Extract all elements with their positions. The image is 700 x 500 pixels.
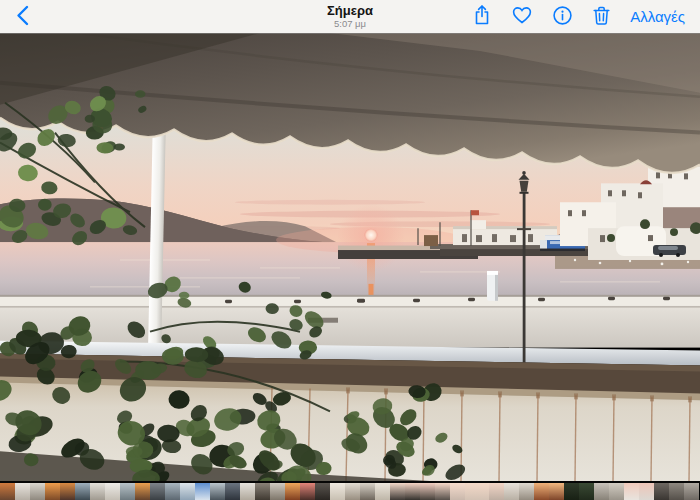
photo-quay [0,295,700,348]
scrubber-thumbnail[interactable] [390,483,405,500]
scrubber-thumbnail[interactable] [534,483,549,500]
heart-icon [511,5,533,28]
photos-app-window: Σήμερα 5:07 μμ [0,0,700,500]
scrubber-thumbnail[interactable] [285,483,300,500]
scrubber-thumbnail[interactable] [594,483,609,500]
info-icon [552,5,573,29]
scrubber-thumbnail[interactable] [270,483,285,500]
scrubber-thumbnail[interactable] [135,483,150,500]
scrubber-thumbnail[interactable] [684,483,699,500]
scrubber-thumbnail[interactable] [180,483,195,500]
scrubber-thumbnail[interactable] [195,483,210,500]
scrubber-thumbnail[interactable] [315,483,330,500]
scrubber-thumbnail[interactable] [150,483,165,500]
scrubber-thumbnail[interactable] [345,483,360,500]
scrubber-thumbnail[interactable] [639,483,654,500]
photo-scrubber[interactable] [0,481,700,500]
scrubber-thumbnail[interactable] [435,483,450,500]
scrubber-thumbnail[interactable] [465,483,489,500]
back-button[interactable] [10,3,35,31]
scrubber-thumbnail[interactable] [654,483,669,500]
scrubber-thumbnail[interactable] [105,483,120,500]
scrubber-thumbnail[interactable] [255,483,270,500]
trash-icon [592,5,611,29]
photo-view[interactable] [0,33,700,481]
scrubber-thumbnail[interactable] [579,483,594,500]
scrubber-thumbnail[interactable] [90,483,105,500]
scrubber-thumbnail[interactable] [564,483,579,500]
scrubber-thumbnail[interactable] [330,483,345,500]
scrubber-thumbnail[interactable] [120,483,135,500]
scrubber-thumbnail[interactable] [60,483,75,500]
scrubber-thumbnail[interactable] [15,483,30,500]
scrubber-thumbnail[interactable] [609,483,624,500]
delete-button[interactable] [592,5,611,29]
scrubber-thumbnail[interactable] [360,483,375,500]
scrubber-thumbnail[interactable] [549,483,564,500]
share-button[interactable] [472,4,492,29]
scrubber-thumbnail[interactable] [624,483,639,500]
scrubber-thumbnail[interactable] [669,483,684,500]
scrubber-thumbnail[interactable] [519,483,534,500]
toolbar-actions: Αλλαγές [472,4,700,29]
scrubber-thumbnail[interactable] [30,483,45,500]
scrubber-thumbnail[interactable] [0,483,15,500]
photo-sun-reflection-spark [369,284,374,296]
photo-time: 5:07 μμ [334,18,366,29]
scrubber-thumbnail[interactable] [240,483,255,500]
toolbar-left [0,3,60,31]
scrubber-thumbnail[interactable] [504,483,519,500]
photo-sun [365,229,378,242]
scrubber-thumbnail[interactable] [210,483,225,500]
scrubber-thumbnail[interactable] [75,483,90,500]
scrubber-thumbnail[interactable] [420,483,435,500]
edit-button[interactable]: Αλλαγές [630,8,685,25]
scrubber-thumbnail[interactable] [375,483,390,500]
scrubber-thumbnail[interactable] [45,483,60,500]
scrubber-thumbnail[interactable] [225,483,240,500]
favorite-button[interactable] [511,5,533,28]
info-button[interactable] [552,5,573,29]
scrubber-thumbnail[interactable] [450,483,465,500]
scrubber-thumbnail[interactable] [489,483,504,500]
share-icon [472,4,492,29]
photo-flag [471,210,479,215]
scrubber-thumbnail[interactable] [300,483,315,500]
photo-date-title: Σήμερα [327,4,373,18]
scrubber-thumbnail[interactable] [405,483,420,500]
chevron-left-icon [16,5,29,29]
toolbar: Σήμερα 5:07 μμ [0,0,700,33]
photo-bollard [487,271,498,301]
scrubber-thumbnail[interactable] [165,483,180,500]
